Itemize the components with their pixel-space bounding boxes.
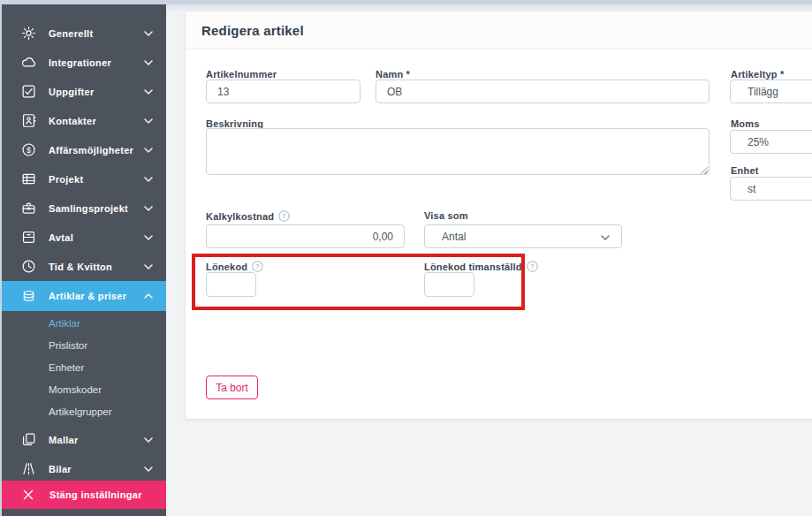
chevron-down-icon xyxy=(144,148,153,153)
help-icon[interactable] xyxy=(527,261,538,272)
visa-som-select[interactable]: Antal xyxy=(424,224,622,248)
sidebar-item-label: Generellt xyxy=(49,28,144,39)
sidebar-item-label: Integrationer xyxy=(49,57,144,68)
sidebar-item-label: Bilar xyxy=(49,464,144,474)
window-left-strip xyxy=(0,0,2,516)
enhet-label: Enhet xyxy=(731,165,759,176)
sidebar-subitem-prislistor[interactable]: Prislistor xyxy=(2,335,166,357)
enhet-select[interactable]: st xyxy=(730,177,812,201)
delete-button[interactable]: Ta bort xyxy=(206,376,258,399)
namn-field[interactable] xyxy=(376,80,710,103)
artikelnummer-label: Artikelnummer xyxy=(206,69,277,80)
kalkylkostnad-field[interactable] xyxy=(206,224,405,248)
settings-sidebar: GenerelltIntegrationerUppgifterKontakter… xyxy=(2,4,166,516)
help-icon[interactable] xyxy=(252,261,263,272)
sidebar-item-affarsmojligheter[interactable]: Affärsmöjligheter xyxy=(2,135,166,164)
sidebar-item-projekt[interactable]: Projekt xyxy=(2,164,166,194)
settings-page: GenerelltIntegrationerUppgifterKontakter… xyxy=(0,0,812,516)
gear-icon xyxy=(20,25,37,42)
sidebar-item-label: Projekt xyxy=(49,174,144,185)
sidebar-item-integrationer[interactable]: Integrationer xyxy=(2,48,166,77)
visa-som-label: Visa som xyxy=(424,210,468,221)
sidebar-item-label: Tid & Kvitton xyxy=(49,262,144,272)
namn-label: Namn * xyxy=(376,69,410,80)
edit-article-card: Redigera artikel Artikelnummer Namn * Ar… xyxy=(186,11,812,419)
sidebar-item-label: Uppgifter xyxy=(49,87,144,97)
chevron-down-icon xyxy=(144,89,153,95)
artikeltyp-select[interactable]: Tillägg xyxy=(730,80,812,103)
sidebar-item-uppgifter[interactable]: Uppgifter xyxy=(2,77,166,106)
sidebar-item-label: Samlingsprojekt xyxy=(49,203,144,214)
content-top-shadow xyxy=(166,4,812,12)
sidebar-item-label: Kontakter xyxy=(49,116,144,126)
sidebar-item-label: Avtal xyxy=(49,232,144,243)
sidebar-sublist: ArtiklarPrislistorEnheterMomskoderArtike… xyxy=(2,311,166,425)
contact-book-icon xyxy=(20,112,37,129)
lonekod-timanstalld-field[interactable] xyxy=(424,272,474,297)
artikelnummer-field[interactable] xyxy=(206,80,360,103)
sidebar-item-stang-installningar[interactable]: Stäng inställningar xyxy=(2,481,166,509)
cloud-icon xyxy=(20,54,37,71)
chevron-down-icon xyxy=(144,60,153,65)
chevron-down-icon xyxy=(144,467,153,472)
lonekod-timanstalld-label: Lönekod timanställd xyxy=(424,261,538,272)
chevron-down-icon xyxy=(144,177,153,182)
briefcase-icon xyxy=(20,200,37,216)
archive-icon xyxy=(20,229,37,246)
window-top-strip xyxy=(0,0,812,4)
artikeltyp-label: Artikeltyp * xyxy=(731,69,784,80)
close-icon xyxy=(21,488,35,502)
sidebar-item-samlingsprojekt[interactable]: Samlingsprojekt xyxy=(2,194,166,223)
sidebar-subitem-momskoder[interactable]: Momskoder xyxy=(2,379,166,401)
lonekod-field[interactable] xyxy=(206,272,256,297)
sidebar-item-tid-kvitton[interactable]: Tid & Kvitton xyxy=(2,252,166,281)
dollar-circle-icon xyxy=(20,141,37,158)
chevron-down-icon xyxy=(144,118,153,124)
sidebar-item-generellt[interactable]: Generellt xyxy=(2,19,166,48)
sidebar-subitem-enheter[interactable]: Enheter xyxy=(2,357,166,379)
chevron-down-icon xyxy=(144,206,153,211)
moms-select[interactable]: 25% xyxy=(730,130,812,154)
sidebar-item-label: Mallar xyxy=(49,435,144,445)
chevron-down-icon xyxy=(144,264,153,269)
card-header: Redigera artikel xyxy=(186,11,812,49)
sidebar-footer-label: Stäng inställningar xyxy=(49,489,166,500)
copy-icon xyxy=(20,431,37,448)
chevron-up-icon xyxy=(144,293,153,299)
sidebar-item-artiklar-priser[interactable]: Artiklar & priser xyxy=(2,281,166,311)
table-icon xyxy=(20,171,37,187)
clock-icon xyxy=(20,258,37,275)
sidebar-item-kontakter[interactable]: Kontakter xyxy=(2,106,166,135)
help-icon[interactable] xyxy=(278,210,290,222)
coins-icon xyxy=(20,288,37,305)
kalkylkostnad-label: Kalkylkostnad xyxy=(206,210,290,222)
chevron-down-icon xyxy=(144,437,153,443)
beskrivning-field[interactable] xyxy=(206,128,710,175)
page-title: Redigera artikel xyxy=(201,23,304,38)
sidebar-item-bilar[interactable]: Bilar xyxy=(2,454,166,483)
lonekod-label: Lönekod xyxy=(206,261,263,272)
sidebar-subitem-artiklar[interactable]: Artiklar xyxy=(2,313,166,335)
checkbox-icon xyxy=(20,83,37,100)
chevron-down-icon xyxy=(144,235,153,240)
sidebar-item-label: Affärsmöjligheter xyxy=(49,145,144,156)
sidebar-subitem-artikelgrupper[interactable]: Artikelgrupper xyxy=(2,401,166,423)
sidebar-item-label: Artiklar & priser xyxy=(49,291,144,301)
sidebar-nav: GenerelltIntegrationerUppgifterKontakter… xyxy=(2,4,166,483)
road-icon xyxy=(20,460,37,477)
sidebar-item-avtal[interactable]: Avtal xyxy=(2,223,166,252)
chevron-down-icon xyxy=(144,31,153,36)
chevron-down-icon xyxy=(601,235,610,240)
moms-label: Moms xyxy=(731,118,760,129)
sidebar-item-mallar[interactable]: Mallar xyxy=(2,425,166,454)
